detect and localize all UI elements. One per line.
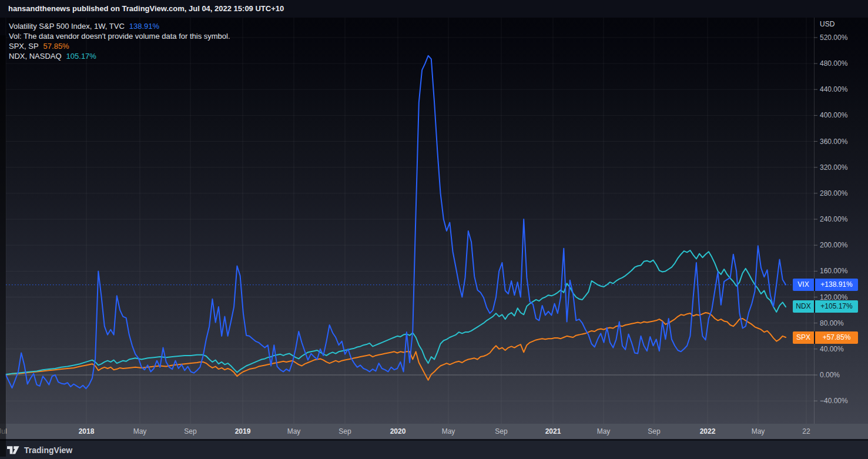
- badge-ticker: SPX: [793, 331, 814, 344]
- x-axis-label: 2018: [79, 424, 95, 439]
- price-axis-divider: [814, 18, 815, 424]
- badge-value: +138.91%: [815, 279, 858, 291]
- tradingview-logo-icon[interactable]: [7, 446, 19, 454]
- x-axis-label: Sep: [648, 424, 660, 439]
- y-axis-label: 360.00%: [820, 138, 847, 146]
- price-label-spx[interactable]: SPX+57.85%: [793, 331, 858, 344]
- footer-brand-link[interactable]: TradingView: [24, 445, 72, 455]
- y-axis-label: −40.00%: [820, 397, 848, 405]
- time-axis[interactable]: Jul2018MaySep2019MaySep2020MaySep2021May…: [0, 424, 868, 439]
- chart-legend: Volatility S&P 500 Index, 1W, TVC138.91%…: [9, 21, 230, 61]
- publish-header: hansandthenews published on TradingView.…: [0, 0, 868, 18]
- y-axis-label: 160.00%: [820, 267, 847, 275]
- x-axis-label: May: [442, 424, 455, 439]
- x-axis-label: May: [287, 424, 301, 439]
- currency-label[interactable]: USD: [820, 20, 835, 28]
- x-axis-label: Sep: [339, 424, 351, 439]
- chart-canvas[interactable]: [0, 18, 868, 424]
- legend-row: Vol: The data vendor doesn't provide vol…: [9, 31, 230, 41]
- y-axis-label: 440.00%: [820, 85, 847, 93]
- badge-ticker: VIX: [793, 279, 814, 291]
- y-axis-label: 400.00%: [820, 111, 847, 119]
- y-axis-label: 520.00%: [820, 33, 847, 42]
- x-axis-label: Sep: [184, 424, 196, 439]
- badge-value: +105.17%: [815, 300, 858, 313]
- footer-bar: TradingView: [0, 441, 868, 459]
- chart-pane: Volatility S&P 500 Index, 1W, TVC138.91%…: [0, 18, 868, 424]
- legend-row: SPX, SP57.85%: [9, 41, 230, 51]
- legend-symbol-value: 138.91%: [129, 22, 159, 31]
- y-axis-label: 0.00%: [820, 371, 840, 379]
- y-axis-label: 480.00%: [820, 59, 847, 68]
- badge-value: +57.85%: [815, 331, 858, 344]
- x-axis-label: 2019: [235, 424, 251, 439]
- left-gutter: [0, 35, 6, 457]
- legend-symbol-value: 105.17%: [66, 52, 96, 61]
- y-axis-label: 80.00%: [820, 319, 844, 327]
- y-axis-label: 240.00%: [820, 215, 847, 223]
- legend-row: Volatility S&P 500 Index, 1W, TVC138.91%: [9, 21, 230, 31]
- tradingview-published-chart: hansandthenews published on TradingView.…: [0, 0, 868, 459]
- legend-row: NDX, NASDAQ105.17%: [9, 51, 230, 61]
- x-axis-label: May: [133, 424, 147, 439]
- x-axis-label: 2021: [545, 424, 561, 439]
- legend-symbol-title[interactable]: Vol: The data vendor doesn't provide vol…: [9, 32, 230, 41]
- x-axis-label: 2020: [390, 424, 406, 439]
- y-axis-label: 320.00%: [820, 163, 847, 172]
- y-axis-label: 200.00%: [820, 241, 847, 249]
- y-axis-label: 280.00%: [820, 189, 847, 197]
- price-label-vix[interactable]: VIX+138.91%: [793, 279, 858, 291]
- legend-symbol-title[interactable]: NDX, NASDAQ: [9, 52, 62, 61]
- legend-symbol-title[interactable]: Volatility S&P 500 Index, 1W, TVC: [9, 22, 125, 31]
- price-label-ndx[interactable]: NDX+105.17%: [793, 300, 858, 313]
- x-axis-label: 22: [802, 424, 810, 439]
- y-axis-label: 40.00%: [820, 345, 844, 353]
- legend-symbol-title[interactable]: SPX, SP: [9, 42, 39, 51]
- vix-series-line: [6, 56, 786, 388]
- legend-symbol-value: 57.85%: [43, 42, 69, 51]
- x-axis-label: May: [752, 424, 765, 439]
- x-axis-label: Sep: [495, 424, 507, 439]
- ndx-series-line: [6, 250, 786, 374]
- x-axis-label: May: [597, 424, 611, 439]
- publish-attribution-text: hansandthenews published on TradingView.…: [8, 4, 284, 13]
- x-axis-label: 2022: [700, 424, 716, 439]
- badge-ticker: NDX: [793, 300, 814, 313]
